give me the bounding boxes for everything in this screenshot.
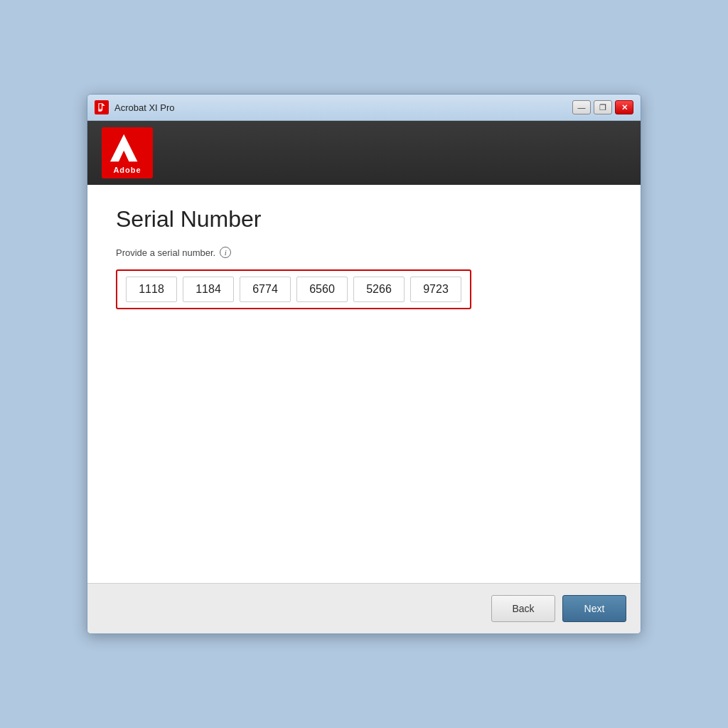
adobe-logo-small	[95, 100, 109, 114]
serial-field-3[interactable]	[240, 277, 291, 302]
adobe-logo-large: Adobe	[102, 127, 153, 178]
app-window: Acrobat XI Pro — ❐ ✕ Adobe Serial Number…	[87, 94, 641, 634]
title-bar-left: Acrobat XI Pro	[95, 100, 175, 114]
window-controls: — ❐ ✕	[572, 100, 633, 114]
window-title: Acrobat XI Pro	[114, 102, 175, 113]
adobe-brand-text: Adobe	[113, 166, 141, 174]
info-icon[interactable]: i	[220, 247, 231, 258]
header-band: Adobe	[87, 121, 641, 185]
minimize-button[interactable]: —	[572, 100, 591, 114]
subtitle-text: Provide a serial number.	[116, 247, 215, 258]
serial-field-1[interactable]	[126, 277, 177, 302]
close-button[interactable]: ✕	[615, 100, 633, 114]
footer: Back Next	[87, 583, 641, 633]
svg-marker-1	[110, 134, 137, 161]
serial-field-2[interactable]	[183, 277, 234, 302]
subtitle-row: Provide a serial number. i	[116, 247, 612, 258]
title-bar: Acrobat XI Pro — ❐ ✕	[87, 95, 641, 121]
page-title: Serial Number	[116, 206, 612, 232]
serial-field-4[interactable]	[296, 277, 348, 302]
serial-field-5[interactable]	[353, 277, 405, 302]
serial-field-6[interactable]	[410, 277, 461, 302]
next-button[interactable]: Next	[562, 595, 626, 622]
serial-number-group	[116, 269, 471, 309]
back-button[interactable]: Back	[491, 595, 555, 622]
content-area: Serial Number Provide a serial number. i	[87, 185, 641, 583]
maximize-button[interactable]: ❐	[594, 100, 612, 114]
